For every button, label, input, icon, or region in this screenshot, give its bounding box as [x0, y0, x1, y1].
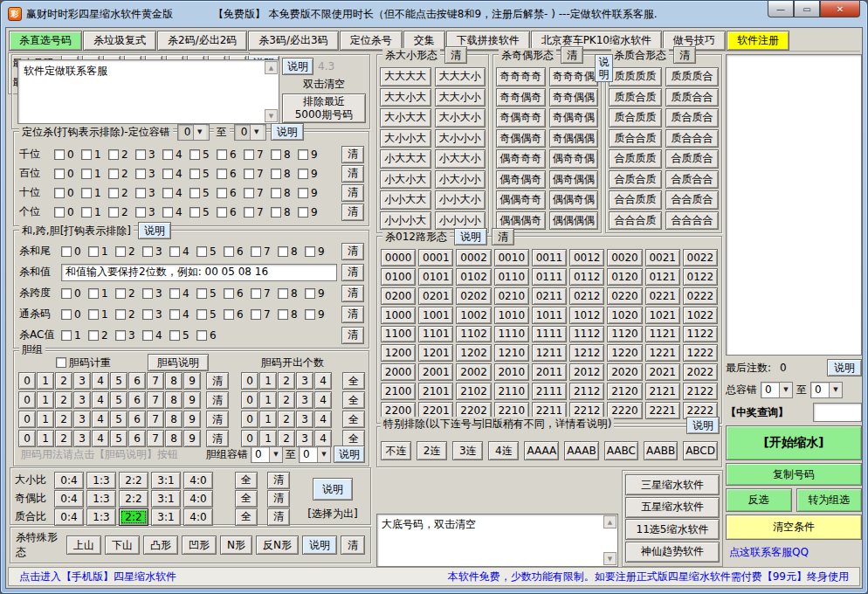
- clear-button[interactable]: 清: [341, 204, 364, 221]
- win-query-input[interactable]: [813, 403, 862, 422]
- digit-checkbox[interactable]: 3: [142, 287, 169, 300]
- exclude-pattern-button[interactable]: 3连: [452, 441, 483, 460]
- clear-button[interactable]: 清: [561, 46, 583, 64]
- dan-tolerance-to-select[interactable]: 0 ▼: [299, 446, 331, 463]
- dan-digit-button[interactable]: 8: [165, 430, 183, 447]
- digit-checkbox[interactable]: 3: [135, 187, 162, 199]
- clear-button[interactable]: 清: [267, 490, 290, 508]
- lu012-button[interactable]: 1111: [532, 326, 567, 343]
- digit-checkbox[interactable]: 2: [115, 308, 142, 321]
- digit-checkbox[interactable]: 0: [61, 287, 88, 300]
- dan-digit-button[interactable]: 4: [92, 430, 109, 447]
- digit-checkbox[interactable]: 6: [217, 168, 244, 180]
- lu012-button[interactable]: 2122: [683, 383, 718, 400]
- shape-button[interactable]: 合合合合: [665, 211, 719, 231]
- dan-digit-button[interactable]: 9: [183, 372, 201, 390]
- digit-checkbox[interactable]: 7: [251, 287, 278, 300]
- lu012-button[interactable]: 2011: [532, 363, 567, 381]
- special-shape-button[interactable]: 反N形: [256, 535, 299, 555]
- kill-012-help-button[interactable]: 说明: [454, 228, 487, 245]
- ratio-value-button[interactable]: 0:4: [54, 490, 84, 508]
- digit-checkbox[interactable]: 7: [244, 148, 271, 161]
- shape-button[interactable]: 大大大大: [380, 67, 431, 86]
- maximize-button[interactable]: ▭: [794, 1, 820, 17]
- lu012-button[interactable]: 2020: [607, 363, 642, 381]
- digit-checkbox[interactable]: 7: [251, 308, 278, 321]
- dan-digit-button[interactable]: 9: [183, 391, 201, 409]
- special-exclude-help-button[interactable]: 说明: [686, 417, 720, 434]
- digit-checkbox[interactable]: 4: [169, 245, 196, 258]
- digit-checkbox[interactable]: 8: [271, 187, 298, 199]
- shape-button[interactable]: 合质合质: [609, 170, 662, 190]
- digit-checkbox[interactable]: 2: [108, 206, 135, 218]
- shape-button[interactable]: 合合质合: [665, 190, 719, 210]
- digit-checkbox[interactable]: 9: [298, 187, 325, 199]
- exclude-pattern-button[interactable]: AABC: [604, 441, 638, 460]
- dan-count-button[interactable]: 0: [241, 391, 258, 409]
- digit-checkbox[interactable]: 4: [162, 187, 189, 199]
- dan-digit-button[interactable]: 9: [183, 430, 201, 447]
- shape-button[interactable]: 偶偶奇奇: [496, 190, 546, 210]
- digit-checkbox[interactable]: 0: [54, 148, 81, 161]
- clear-button[interactable]: 清: [341, 306, 364, 323]
- lu012-button[interactable]: 2111: [532, 383, 567, 400]
- shape-button[interactable]: 合合质质: [609, 190, 662, 210]
- lu012-button[interactable]: 2000: [381, 363, 416, 381]
- digit-checkbox[interactable]: 4: [162, 168, 189, 180]
- shape-button[interactable]: 奇偶偶偶: [549, 129, 599, 148]
- shape-button[interactable]: 质合质合: [665, 108, 719, 128]
- ratio-value-button[interactable]: 3:1: [151, 508, 181, 526]
- scroll-down-icon[interactable]: ▼: [265, 109, 278, 122]
- dan-count-button[interactable]: 2: [278, 411, 295, 428]
- dan-digit-button[interactable]: 8: [165, 391, 183, 409]
- clear-button[interactable]: 清: [267, 508, 290, 526]
- lu012-button[interactable]: 1222: [683, 344, 718, 362]
- shape-button[interactable]: 大小小大: [380, 129, 431, 148]
- lu012-button[interactable]: 2102: [456, 383, 491, 400]
- position-tolerance-from-select[interactable]: 0 ▼: [177, 124, 210, 141]
- clear-button[interactable]: 清: [206, 391, 229, 409]
- clear-button[interactable]: 清: [267, 472, 290, 489]
- exclude-pattern-button[interactable]: ABCD: [683, 441, 718, 460]
- digit-checkbox[interactable]: 9: [305, 308, 332, 321]
- clear-button[interactable]: 清: [444, 46, 467, 64]
- digit-checkbox[interactable]: 2: [108, 168, 135, 180]
- clear-button[interactable]: 清: [341, 243, 364, 260]
- dan-digit-button[interactable]: 6: [128, 372, 146, 390]
- dan-digit-button[interactable]: 2: [55, 372, 72, 390]
- all-button[interactable]: 全: [342, 391, 365, 409]
- lu012-button[interactable]: 1022: [683, 307, 718, 324]
- lu012-button[interactable]: 0020: [607, 249, 642, 266]
- shape-button[interactable]: 奇奇奇偶: [549, 67, 599, 86]
- digit-checkbox[interactable]: 0: [61, 245, 88, 258]
- shape-button[interactable]: 合质质质: [609, 149, 662, 169]
- all-button[interactable]: 全: [342, 372, 365, 390]
- digit-checkbox[interactable]: 3: [135, 206, 162, 218]
- exclude-pattern-button[interactable]: AAAA: [524, 441, 559, 460]
- dan-digit-button[interactable]: 6: [128, 391, 146, 409]
- clear-button[interactable]: 清: [341, 285, 364, 302]
- shape-button[interactable]: 质质合合: [665, 88, 719, 107]
- lu012-button[interactable]: 0211: [532, 287, 567, 305]
- shape-button[interactable]: 偶偶偶奇: [496, 211, 546, 231]
- digit-checkbox[interactable]: 2: [108, 187, 135, 199]
- digit-checkbox[interactable]: 9: [298, 206, 325, 218]
- lu012-button[interactable]: 2120: [607, 383, 642, 400]
- lu012-button[interactable]: 1121: [645, 326, 680, 343]
- dan-help-button[interactable]: 胆码说明: [148, 354, 209, 371]
- clear-button[interactable]: 清: [341, 184, 364, 202]
- special-shape-button[interactable]: N形: [220, 535, 252, 555]
- special-shape-button[interactable]: 凸形: [143, 535, 178, 555]
- lu012-button[interactable]: 1120: [607, 326, 642, 343]
- digit-checkbox[interactable]: 5: [196, 245, 224, 258]
- start-shrink-button[interactable]: [开始缩水]: [726, 425, 862, 460]
- digit-checkbox[interactable]: 1: [81, 206, 108, 218]
- lu012-button[interactable]: 0002: [456, 249, 491, 266]
- lu012-button[interactable]: 1021: [645, 307, 680, 324]
- shape-button[interactable]: 质合合合: [665, 129, 719, 148]
- lu012-button[interactable]: 1210: [494, 344, 529, 362]
- digit-checkbox[interactable]: 3: [135, 168, 162, 180]
- lu012-button[interactable]: 0111: [532, 268, 567, 286]
- shape-button[interactable]: 奇偶奇偶: [549, 108, 599, 128]
- digit-checkbox[interactable]: 6: [217, 187, 244, 199]
